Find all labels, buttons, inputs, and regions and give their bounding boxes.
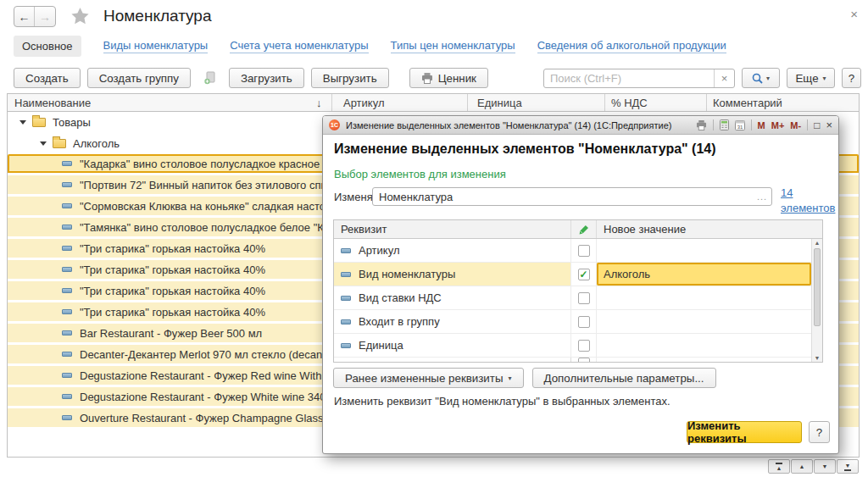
attr-row-parent-group[interactable]: Входит в группу [334, 310, 822, 334]
back-button[interactable]: ← [14, 7, 35, 26]
additional-params-button[interactable]: Дополнительные параметры... [532, 368, 716, 388]
m-button[interactable]: M [758, 120, 765, 130]
column-unit[interactable]: Единица [477, 97, 522, 109]
favorite-star-icon[interactable] [71, 8, 89, 25]
attr-checkbox[interactable] [578, 269, 590, 280]
attr-row-partial[interactable] [334, 358, 822, 363]
attr-checkbox[interactable] [578, 340, 590, 352]
chevron-down-icon: ▾ [823, 75, 826, 82]
attribute-icon [341, 272, 351, 277]
toolbar: Создать Создать группу Загрузить Выгрузи… [14, 68, 861, 88]
tab-main[interactable]: Основное [14, 36, 81, 57]
column-vat[interactable]: % НДС [611, 97, 648, 109]
attr-value[interactable] [597, 239, 811, 262]
dialog-help-button[interactable]: ? [809, 421, 830, 443]
print-icon[interactable] [696, 120, 707, 130]
column-article[interactable]: Артикул [343, 97, 384, 109]
column-divider [467, 94, 468, 111]
nomenclature-item-icon [62, 203, 72, 208]
list-scroll-nav: ▲ ▲ ▼ ▼ [768, 459, 859, 474]
elements-count-link[interactable]: 14 элементов [781, 186, 837, 215]
price-tag-button[interactable]: Ценник [409, 68, 488, 88]
expand-triangle-icon[interactable] [40, 141, 47, 146]
attr-checkbox[interactable] [578, 358, 590, 363]
attr-row-nomenclature-kind[interactable]: Вид номенклатуры Алкоголь [334, 263, 822, 286]
attributes-table: Реквизит Новое значение Артикул Вид номе… [333, 219, 823, 363]
attr-row-article[interactable]: Артикул [334, 239, 822, 263]
nomenclature-item-icon [62, 161, 72, 166]
load-button[interactable]: Загрузить [229, 68, 304, 88]
search-icon [752, 73, 763, 84]
arrow-down-icon[interactable]: ▼ [812, 355, 822, 361]
calendar-icon[interactable]: 31 [735, 119, 745, 130]
arrow-down-icon: ▼ [845, 463, 851, 469]
column-comment[interactable]: Комментарий [713, 97, 782, 109]
clear-search-icon[interactable]: × [714, 69, 734, 87]
scroll-to-bottom-button[interactable]: ▼ [837, 459, 859, 474]
arrow-up-icon[interactable]: ▲ [812, 240, 822, 246]
nomenclature-item-icon [62, 309, 72, 314]
attr-row-unit[interactable]: Единица [334, 334, 822, 358]
attr-checkbox[interactable] [578, 245, 590, 257]
attr-value[interactable] [597, 334, 811, 357]
forward-button[interactable]: → [35, 7, 55, 26]
calculator-icon[interactable] [720, 119, 729, 130]
column-divider [706, 94, 707, 111]
previous-attrs-button[interactable]: Ранее измененные реквизиты ▾ [333, 368, 524, 388]
apply-changes-button[interactable]: Изменить реквизиты [687, 421, 802, 443]
column-name[interactable]: Наименование [14, 97, 91, 109]
change-input[interactable] [373, 191, 753, 203]
scroll-down-button[interactable]: ▼ [814, 459, 836, 474]
search-input[interactable] [544, 69, 714, 87]
column-attribute: Реквизит [334, 220, 571, 238]
nomenclature-item-icon [62, 394, 72, 399]
attribute-icon [341, 319, 351, 324]
nomenclature-item-icon [62, 182, 72, 187]
scrollbar[interactable]: ▲ ▼ [811, 239, 822, 362]
create-button[interactable]: Создать [14, 68, 81, 88]
change-field: ... [372, 187, 772, 206]
copy-item-button[interactable] [198, 68, 222, 88]
page-title: Номенклатура [103, 7, 212, 25]
attribute-icon [341, 343, 351, 348]
dialog-heading: Изменение выделенных элементов "Номенкла… [334, 141, 716, 157]
scrollbar-thumb[interactable] [814, 248, 821, 326]
help-button[interactable]: ? [842, 68, 861, 88]
search-box: × [543, 69, 735, 88]
unload-button[interactable]: Выгрузить [311, 68, 389, 88]
folder-icon [53, 139, 66, 148]
sort-desc-icon[interactable]: ↓ [316, 97, 322, 109]
tab-alcohol-info[interactable]: Сведения об алкогольной продукции [537, 39, 726, 53]
find-button[interactable]: ▾ [742, 68, 780, 88]
attribute-icon [341, 248, 351, 253]
attr-value[interactable] [597, 286, 811, 309]
close-icon[interactable]: × [826, 119, 832, 131]
expand-triangle-icon[interactable] [19, 120, 26, 125]
scroll-to-top-button[interactable]: ▲ [768, 459, 790, 474]
nomenclature-item-icon [62, 267, 72, 272]
dialog-titlebar[interactable]: 1С Изменение выделенных элементов "Номен… [323, 116, 838, 135]
m-minus-button[interactable]: M- [790, 120, 801, 130]
svg-text:31: 31 [737, 125, 743, 130]
m-plus-button[interactable]: M+ [771, 120, 785, 130]
chevron-down-icon: ▾ [509, 374, 512, 382]
tab-nomenclature-kinds[interactable]: Виды номенклатуры [103, 39, 209, 53]
attr-checkbox[interactable] [578, 292, 590, 304]
nomenclature-item-icon [62, 352, 72, 357]
attr-checkbox[interactable] [578, 316, 590, 328]
maximize-icon[interactable]: □ [814, 119, 820, 131]
ellipsis-button[interactable]: ... [753, 191, 771, 202]
dialog-hint: Изменить реквизит "Вид номенклатуры" в в… [334, 395, 670, 408]
more-button[interactable]: Еще ▾ [787, 68, 835, 88]
create-group-button[interactable]: Создать группу [87, 68, 191, 88]
tab-price-types[interactable]: Типы цен номенклатуры [391, 39, 515, 53]
attr-value[interactable] [597, 310, 811, 333]
close-icon[interactable]: × [850, 7, 858, 21]
tab-accounting-accounts[interactable]: Счета учета номенклатуры [230, 39, 368, 53]
scroll-up-button[interactable]: ▲ [791, 459, 813, 474]
attr-row-vat-kind[interactable]: Вид ставки НДС [334, 286, 822, 310]
arrow-up-icon: ▲ [799, 463, 805, 469]
section-title: Выбор элементов для изменения [334, 168, 506, 180]
arrow-up-icon: ▲ [776, 465, 782, 471]
attr-value[interactable]: Алкоголь [597, 263, 811, 286]
